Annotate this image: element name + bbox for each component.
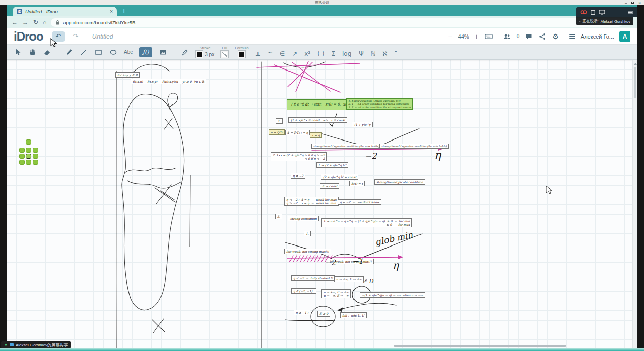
- reload-icon[interactable]: ↻: [33, 19, 38, 26]
- download-arrow-icon[interactable]: ▼: [4, 343, 8, 347]
- note-box[interactable]: loc weak, not strong min!!!: [328, 259, 374, 264]
- redo-button[interactable]: ↷: [70, 31, 82, 42]
- member-list-icon[interactable]: [627, 10, 634, 15]
- note-box[interactable]: strengthened Legendre condition (for max…: [311, 144, 381, 149]
- note-box[interactable]: η ≥ −1 :: [294, 310, 310, 315]
- green-dot[interactable]: [19, 148, 25, 153]
- note-box[interactable]: η < −2 − fully studied !!: [291, 275, 335, 281]
- stroke-color-swatch[interactable]: [196, 51, 203, 58]
- monitor-icon[interactable]: [599, 9, 605, 15]
- scroll-up-icon[interactable]: [634, 61, 637, 65]
- share-icon[interactable]: [538, 32, 546, 41]
- note-box[interactable]: h′ = const: [320, 183, 339, 189]
- ellipse-tool-icon[interactable]: [109, 48, 117, 56]
- formula-symbol[interactable]: ≅: [268, 50, 273, 57]
- browser-tab[interactable]: iD Untitled - IDroo ×: [13, 7, 117, 16]
- text-tool[interactable]: Abc: [124, 49, 133, 55]
- note-box[interactable]: η = −2 − we don't know: [338, 199, 381, 205]
- note-box[interactable]: 3.: [275, 214, 282, 219]
- note-box[interactable]: strong extremum: [288, 216, 319, 221]
- note-box[interactable]: ẋ = ξ/T₀ ; = η: [285, 130, 310, 135]
- note-box[interactable]: h(t) = t: [349, 181, 365, 186]
- note-box[interactable]: E ≥ 0: [317, 311, 330, 317]
- forward-icon[interactable]: →: [22, 19, 28, 26]
- note-box[interactable]: η < −2 : ẋ = η − weak loc maxη > −2 : ẋ …: [284, 197, 339, 206]
- formula-symbol[interactable]: Ψ: [359, 50, 363, 57]
- note-box[interactable]: strengthened Jacobi condition: [374, 179, 425, 185]
- note-box[interactable]: u → +∞, E → +∞u → −∞, E → −∞: [321, 289, 351, 298]
- note-box[interactable]: f(t,x,u) − f(t,x,y) − f′u(t,x,y)(u − y) …: [131, 79, 206, 84]
- avatar[interactable]: A: [619, 31, 630, 42]
- zoom-in-button[interactable]: +: [475, 32, 479, 41]
- keyboard-icon[interactable]: [485, 32, 493, 41]
- note-box[interactable]: −(1 + η)e^η(u − η) → −∞ when u → −∞: [360, 292, 425, 298]
- formula-symbol[interactable]: ∈: [280, 50, 285, 57]
- formula-symbol[interactable]: ℕ: [371, 50, 376, 57]
- eraser-tool-icon[interactable]: [43, 48, 51, 56]
- settings-icon[interactable]: ⚙: [552, 32, 559, 41]
- formula-color-swatch[interactable]: [238, 51, 245, 58]
- green-dot[interactable]: [26, 148, 31, 153]
- formula-tool-selected[interactable]: ƒ(): [139, 47, 152, 57]
- note-box[interactable]: 2. Lẋẋ = (2 + η)e^η > 0 if η > −2< 0 if …: [271, 152, 327, 161]
- tab-close-icon[interactable]: ×: [110, 9, 113, 14]
- scroll-thumb[interactable]: [634, 67, 636, 98]
- formula-symbol[interactable]: ±: [255, 50, 261, 57]
- line-tool-icon[interactable]: [80, 48, 88, 56]
- select-tool-icon[interactable]: [14, 48, 22, 56]
- whiteboard-canvas[interactable]: for any y ∈ ℝf(t,x,u) − f(t,x,y) − f′u(t…: [7, 60, 637, 348]
- formula-symbol[interactable]: log: [342, 50, 351, 57]
- home-icon[interactable]: ⌂: [43, 19, 46, 26]
- window-icon[interactable]: [590, 10, 596, 15]
- new-tab-button[interactable]: +: [122, 7, 126, 15]
- style-pen-icon[interactable]: [181, 48, 189, 56]
- note-box[interactable]: L = (2 + η)e^η h′²: [316, 162, 348, 168]
- green-dot[interactable]: [26, 160, 31, 165]
- note-box[interactable]: u = ξ/T₀: [269, 129, 285, 135]
- stroke-width[interactable]: 3 px: [205, 52, 214, 57]
- note-box[interactable]: 1.: [276, 118, 283, 124]
- collaborators-icon[interactable]: [503, 32, 511, 41]
- menu-icon[interactable]: [569, 34, 575, 39]
- green-dot-selected[interactable]: [26, 154, 31, 159]
- note-box[interactable]: η ≠ −2: [291, 173, 305, 179]
- formula-symbol[interactable]: x²: [304, 50, 310, 57]
- chat-icon[interactable]: [525, 32, 533, 41]
- note-box[interactable]: 1.: [304, 231, 311, 236]
- formula-symbol[interactable]: ℵ: [382, 50, 387, 57]
- pan-hand-tool-icon[interactable]: [28, 48, 37, 56]
- note-box[interactable]: E = u e^u − η e^η − (1 + η)e^η(u − η) ≥ …: [321, 218, 412, 227]
- note-box[interactable]: η ∈ (−2, −1) :: [291, 288, 316, 294]
- user-name[interactable]: Алексей Го...: [581, 33, 614, 40]
- back-icon[interactable]: ←: [12, 19, 18, 26]
- address-bar[interactable]: app.idroo.com/boards/lZkklYke5B: [51, 18, 623, 27]
- formula-symbol[interactable]: Σ: [331, 50, 335, 57]
- fill-color-swatch[interactable]: [221, 51, 228, 58]
- zoom-level[interactable]: 44%: [458, 33, 469, 40]
- note-box[interactable]: (1 + ẋ)e^ẋ ≡ const => ẋ ≡ const: [288, 117, 347, 123]
- note-box[interactable]: for any y ∈ ℝ: [115, 72, 140, 78]
- green-dot[interactable]: [33, 154, 38, 159]
- minimize-icon[interactable]: –: [625, 1, 627, 5]
- note-box[interactable]: ẋ = η: [310, 132, 322, 138]
- rectangle-tool-icon[interactable]: [94, 48, 103, 56]
- note-box[interactable]: loc weak, not strong max!!!: [284, 249, 331, 254]
- green-dot[interactable]: [33, 148, 38, 153]
- note-box[interactable]: hm : use E, E′: [340, 312, 367, 318]
- note-box[interactable]: (2 + η)e^η h′ = const: [321, 174, 358, 180]
- green-dot[interactable]: [33, 160, 38, 165]
- zoom-out-button[interactable]: −: [448, 32, 452, 41]
- green-dot[interactable]: [19, 154, 25, 159]
- formula-symbol[interactable]: ¯: [394, 50, 397, 57]
- note-box[interactable]: (1 + y)e^y: [352, 122, 373, 127]
- image-tool-icon[interactable]: [159, 48, 167, 56]
- green-dot[interactable]: [26, 139, 31, 145]
- formula-symbol[interactable]: ( ): [317, 50, 324, 57]
- note-box[interactable]: 1. Euler equation. Obtain extremal x(t)2…: [346, 98, 413, 110]
- close-icon[interactable]: ×: [638, 1, 641, 5]
- formula-symbol[interactable]: ↗: [292, 50, 297, 57]
- green-dot[interactable]: [19, 160, 25, 165]
- pencil-tool-icon[interactable]: [65, 48, 73, 56]
- board-title[interactable]: Untitled: [92, 33, 113, 40]
- restore-icon[interactable]: [631, 2, 634, 4]
